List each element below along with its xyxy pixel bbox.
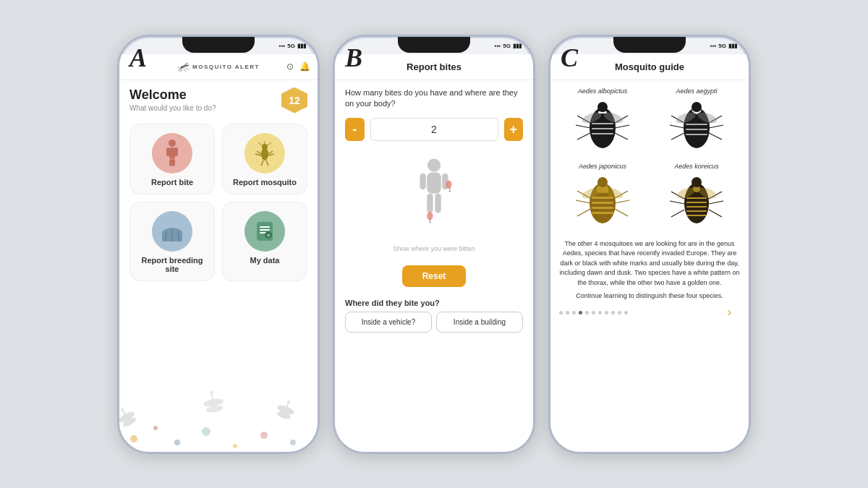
svg-rect-23	[260, 229, 270, 231]
bite-location-section: Where did they bite you? Inside a vehicl…	[335, 294, 533, 335]
svg-line-15	[261, 160, 263, 166]
plus-button[interactable]: +	[504, 118, 524, 141]
phone-a: A ▪▪▪ 5G ▮▮▮ 🦟 MOSQUITO ALERT ⊙ 🔔	[117, 35, 320, 454]
profile-icon[interactable]: ⊙	[286, 61, 294, 72]
svg-text:≡: ≡	[267, 233, 270, 238]
inside-vehicle-button[interactable]: Inside a vehicle?	[345, 312, 432, 333]
svg-line-68	[615, 125, 629, 128]
mosquito-svg-aegypti	[664, 98, 729, 155]
svg-rect-92	[592, 212, 613, 214]
mosquito-name-aegypti: Aedes aegypti	[676, 87, 717, 95]
notch-b	[398, 37, 470, 53]
logo-text: MOSQUITO ALERT	[192, 64, 260, 70]
battery-b: ▮▮▮	[513, 43, 522, 49]
mosquito-cell-japonicus: Aedes japonicus	[556, 160, 649, 234]
svg-line-117	[709, 201, 723, 204]
svg-rect-47	[427, 173, 441, 194]
next-arrow[interactable]: ›	[728, 306, 740, 319]
mosquito-cell-albopictus: Aedes albopictus	[556, 85, 649, 158]
svg-rect-53	[435, 194, 441, 213]
svg-rect-52	[427, 194, 433, 213]
svg-line-83	[709, 125, 723, 128]
bite-question: How many bites do you have and where are…	[335, 80, 533, 114]
bite-question-text: How many bites do you have and where are…	[345, 87, 523, 110]
mosquito-svg-albopictus	[570, 98, 635, 155]
status-icons-b: ▪▪▪ 5G ▮▮▮	[495, 43, 522, 49]
my-data-label: My data	[250, 256, 280, 265]
mosquito-name-koreicus: Aedes koreicus	[674, 163, 719, 170]
status-icons-c: ▪▪▪ 5G ▮▮▮	[710, 43, 737, 49]
dot-5[interactable]	[592, 311, 595, 314]
inside-building-button[interactable]: Inside a building	[436, 312, 523, 333]
report-bite-card[interactable]: Report bite	[129, 124, 215, 194]
svg-rect-108	[686, 210, 707, 212]
dot-8[interactable]	[611, 311, 615, 314]
svg-point-46	[427, 159, 441, 172]
report-mosquito-label: Report mosquito	[233, 178, 297, 187]
badge-number: 12	[289, 95, 300, 106]
svg-rect-90	[592, 202, 613, 204]
dot-0[interactable]	[559, 311, 563, 314]
dot-4[interactable]	[585, 311, 589, 314]
dot-6[interactable]	[598, 311, 602, 314]
svg-line-66	[577, 133, 590, 140]
reset-button[interactable]: Reset	[402, 265, 467, 287]
svg-line-118	[709, 210, 722, 217]
body-figure-area[interactable]: 1 1 Show where you were bitten	[335, 145, 533, 261]
counter-input[interactable]	[370, 118, 498, 141]
dot-10[interactable]	[624, 311, 628, 314]
svg-line-65	[576, 125, 590, 128]
person-standing-icon	[161, 139, 184, 168]
header-icons-a: ⊙ 🔔	[286, 61, 310, 72]
welcome-subtitle: What would you like to do?	[129, 104, 216, 112]
signal-icon-b: ▪▪▪	[495, 43, 501, 49]
battery-c: ▮▮▮	[728, 43, 737, 49]
svg-line-84	[709, 133, 722, 140]
svg-rect-74	[686, 124, 707, 125]
scene: A ▪▪▪ 5G ▮▮▮ 🦟 MOSQUITO ALERT ⊙ 🔔	[0, 0, 868, 488]
svg-point-7	[262, 144, 268, 150]
svg-rect-105	[686, 197, 707, 199]
dot-1[interactable]	[566, 311, 569, 314]
body-figure-svg[interactable]: 1 1	[409, 150, 459, 244]
bell-icon[interactable]: 🔔	[299, 61, 310, 72]
screen-b-title: Report bites	[407, 61, 461, 72]
dot-2[interactable]	[572, 311, 576, 314]
notch-c	[613, 37, 686, 53]
report-mosquito-card[interactable]: Report mosquito	[222, 124, 307, 194]
svg-rect-107	[686, 206, 707, 207]
svg-point-45	[210, 390, 214, 395]
svg-point-27	[130, 435, 137, 442]
mosquito-svg-koreicus	[664, 173, 729, 231]
mosquito-name-albopictus: Aedes albopictus	[578, 87, 628, 95]
phone-label-c: C	[561, 43, 578, 73]
network-c: 5G	[718, 43, 726, 49]
dot-7[interactable]	[605, 311, 608, 314]
report-breeding-card[interactable]: Report breeding site	[129, 202, 215, 281]
dot-9[interactable]	[618, 311, 621, 314]
welcome-title: Welcome	[129, 87, 216, 103]
continue-text: Continue learning to distinguish these f…	[559, 291, 740, 301]
svg-point-28	[153, 426, 158, 430]
mosquito-grid: Aedes albopictus	[550, 80, 749, 235]
svg-rect-89	[592, 197, 613, 199]
screen-c-header: Mosquito guide	[550, 54, 749, 80]
location-buttons: Inside a vehicle? Inside a building	[345, 312, 523, 333]
mosquito-name-japonicus: Aedes japonicus	[579, 163, 626, 170]
svg-line-10	[268, 151, 273, 154]
svg-point-41	[287, 400, 291, 403]
svg-line-99	[615, 200, 629, 203]
screen-b: Report bites How many bites do you have …	[335, 54, 533, 453]
svg-line-14	[268, 142, 271, 145]
svg-rect-5	[172, 159, 175, 166]
dot-3[interactable]	[579, 311, 582, 314]
notification-badge: 12	[281, 87, 307, 114]
svg-line-81	[671, 133, 684, 140]
svg-rect-22	[260, 226, 270, 228]
mosquito-description: The other 4 mosquitoes we are looking fo…	[559, 239, 740, 288]
minus-button[interactable]: -	[345, 118, 365, 141]
my-data-card[interactable]: ≡ My data	[222, 202, 307, 281]
report-breeding-label: Report breeding site	[136, 256, 208, 273]
decoration-bottom-a	[119, 388, 318, 453]
screen-a-header: 🦟 MOSQUITO ALERT ⊙ 🔔	[119, 54, 318, 80]
